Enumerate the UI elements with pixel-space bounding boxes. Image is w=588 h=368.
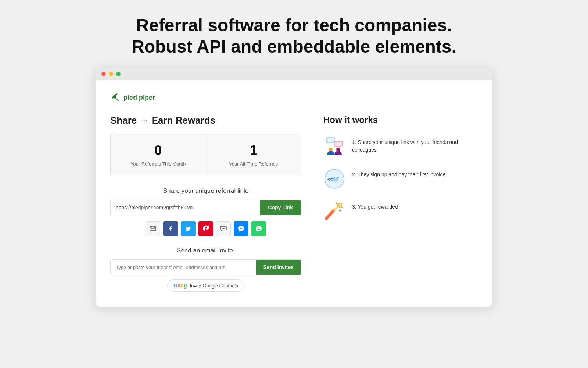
svg-point-12 bbox=[339, 210, 341, 212]
social-pinterest-button[interactable] bbox=[198, 221, 213, 236]
stat-number-month: 0 bbox=[118, 143, 198, 158]
stats-box: 0 Your Referrals This Month 1 Your All-T… bbox=[110, 134, 301, 176]
step-2-text: 2. They sign up and pay their first invo… bbox=[352, 168, 445, 178]
right-panel: How it works bbox=[323, 115, 463, 233]
browser-dot-yellow bbox=[109, 72, 113, 76]
logo-text: pied piper bbox=[123, 94, 155, 102]
headline-line2: Robust API and embeddable elements. bbox=[132, 37, 456, 56]
how-step-3: 3. You get rewarded bbox=[323, 200, 463, 222]
page-headline: Referral software for tech companies. Ro… bbox=[132, 15, 456, 57]
google-g-icon: Goog bbox=[173, 283, 187, 289]
browser-toolbar bbox=[96, 68, 492, 80]
section-title: Share → Earn Rewards bbox=[110, 115, 301, 126]
share-label: Share your unique referral link: bbox=[110, 187, 301, 195]
social-facebook-button[interactable] bbox=[163, 221, 178, 236]
copy-link-button[interactable]: Copy Link bbox=[260, 200, 301, 215]
how-it-works-title: How it works bbox=[323, 115, 463, 125]
social-whatsapp-button[interactable] bbox=[251, 221, 266, 236]
stat-referrals-alltime: 1 Your All-Time Referrals bbox=[206, 134, 301, 176]
stat-number-alltime: 1 bbox=[214, 143, 294, 158]
stat-label-alltime: Your All-Time Referrals bbox=[229, 161, 278, 167]
main-layout: Share → Earn Rewards 0 Your Referrals Th… bbox=[110, 115, 478, 292]
email-invite-input[interactable] bbox=[111, 260, 256, 275]
step-3-text: 3. You get rewarded bbox=[352, 200, 398, 211]
svg-point-1 bbox=[222, 228, 223, 229]
email-invite-section: Send an email invite: Send Invites Goog … bbox=[110, 247, 301, 292]
step-2-icon bbox=[323, 168, 345, 190]
left-panel: Share → Earn Rewards 0 Your Referrals Th… bbox=[110, 115, 301, 292]
send-invites-button[interactable]: Send Invites bbox=[256, 260, 301, 275]
browser-dot-red bbox=[101, 72, 106, 76]
logo-icon bbox=[110, 91, 121, 104]
svg-point-2 bbox=[223, 228, 224, 229]
svg-rect-4 bbox=[326, 138, 334, 143]
social-email-button[interactable] bbox=[146, 221, 160, 236]
step-3-icon bbox=[323, 200, 345, 222]
social-icons-row bbox=[110, 221, 301, 236]
google-contacts-button[interactable]: Goog Invite Google Contacts bbox=[167, 279, 244, 292]
share-section: Share your unique referral link: Copy Li… bbox=[110, 187, 301, 292]
svg-point-3 bbox=[224, 228, 225, 229]
email-invite-label: Send an email invite: bbox=[110, 247, 301, 254]
svg-point-9 bbox=[330, 178, 339, 182]
svg-rect-0 bbox=[150, 226, 156, 231]
headline-line1: Referral software for tech companies. bbox=[136, 15, 452, 35]
svg-rect-5 bbox=[334, 141, 343, 146]
social-sms-button[interactable] bbox=[216, 221, 231, 236]
email-invite-row: Send Invites bbox=[110, 259, 301, 275]
google-contacts-label: Invite Google Contacts bbox=[190, 283, 239, 289]
referral-link-row: Copy Link bbox=[110, 200, 301, 215]
app-logo: pied piper bbox=[110, 91, 478, 104]
social-messenger-button[interactable] bbox=[234, 221, 248, 236]
step-1-text: 1. Share your unique link with your frie… bbox=[352, 135, 463, 154]
how-step-1: 1. Share your unique link with your frie… bbox=[323, 135, 463, 158]
svg-point-6 bbox=[329, 148, 333, 151]
referral-link-input[interactable] bbox=[111, 200, 260, 215]
stat-referrals-month: 0 Your Referrals This Month bbox=[111, 134, 206, 176]
how-step-2: 2. They sign up and pay their first invo… bbox=[323, 168, 463, 190]
svg-point-7 bbox=[336, 148, 340, 151]
browser-window: pied piper Share → Earn Rewards 0 Your R… bbox=[96, 68, 492, 307]
stat-label-month: Your Referrals This Month bbox=[130, 161, 186, 167]
svg-point-13 bbox=[336, 202, 337, 204]
browser-content: pied piper Share → Earn Rewards 0 Your R… bbox=[96, 80, 492, 307]
step-1-icon bbox=[323, 135, 345, 158]
social-twitter-button[interactable] bbox=[181, 221, 196, 236]
browser-dot-green bbox=[116, 72, 121, 76]
